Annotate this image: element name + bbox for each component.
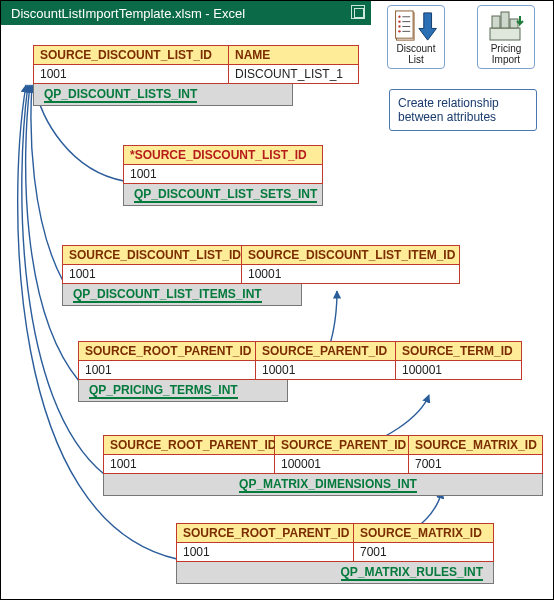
cell[interactable]: 1001 (176, 543, 354, 562)
svg-rect-6 (490, 28, 520, 40)
discount-list-icon (394, 9, 438, 44)
sheet-tab[interactable]: QP_DISCOUNT_LISTS_INT (44, 87, 197, 103)
svg-rect-9 (510, 19, 518, 28)
cell[interactable]: 100001 (275, 455, 409, 474)
col-header: SOURCE_ROOT_PARENT_ID (78, 341, 256, 361)
sheet-tab[interactable]: QP_DISCOUNT_LIST_ITEMS_INT (73, 287, 262, 303)
table-matrix-rules: SOURCE_ROOT_PARENT_ID SOURCE_MATRIX_ID 1… (176, 523, 494, 584)
cell[interactable]: DISCOUNT_LIST_1 (229, 65, 359, 84)
col-header: SOURCE_PARENT_ID (275, 435, 409, 455)
col-header: *SOURCE_DISCOUNT_LIST_ID (123, 145, 323, 165)
svg-point-5 (398, 30, 400, 32)
col-header: SOURCE_ROOT_PARENT_ID (103, 435, 275, 455)
relationship-callout: Create relationship between attributes (389, 89, 537, 131)
cell[interactable]: 1001 (33, 65, 229, 84)
col-header: SOURCE_MATRIX_ID (409, 435, 543, 455)
col-header: SOURCE_TERM_ID (396, 341, 522, 361)
svg-point-3 (398, 20, 400, 22)
col-header: SOURCE_DISCOUNT_LIST_ITEM_ID (242, 245, 460, 265)
table-matrix-dimensions: SOURCE_ROOT_PARENT_ID SOURCE_PARENT_ID S… (103, 435, 543, 496)
pricing-import-button[interactable]: PricingImport (477, 5, 535, 69)
discount-list-button[interactable]: Discount List (387, 5, 445, 69)
cell[interactable]: 10001 (242, 265, 460, 284)
table-discount-list-items: SOURCE_DISCOUNT_LIST_ID SOURCE_DISCOUNT_… (62, 245, 460, 306)
table-discount-list-sets: *SOURCE_DISCOUNT_LIST_ID 1001 QP_DISCOUN… (123, 145, 323, 206)
cell[interactable]: 10001 (256, 361, 396, 380)
col-header: SOURCE_ROOT_PARENT_ID (176, 523, 354, 543)
col-header: SOURCE_MATRIX_ID (354, 523, 494, 543)
svg-point-2 (398, 16, 400, 18)
pricing-import-label-1: Pricing (491, 43, 522, 54)
cell[interactable]: 1001 (62, 265, 242, 284)
sheet-tab[interactable]: QP_PRICING_TERMS_INT (89, 383, 238, 399)
col-header: NAME (229, 45, 359, 65)
table-pricing-terms: SOURCE_ROOT_PARENT_ID SOURCE_PARENT_ID S… (78, 341, 522, 402)
sheet-tab[interactable]: QP_DISCOUNT_LIST_SETS_INT (134, 187, 317, 203)
window-title: DiscountListImportTemplate.xlsm - Excel (11, 6, 245, 21)
sheet-tab[interactable]: QP_MATRIX_RULES_INT (341, 565, 483, 581)
svg-rect-8 (501, 12, 509, 28)
col-header: SOURCE_DISCOUNT_LIST_ID (62, 245, 242, 265)
discount-list-label: Discount List (388, 44, 444, 65)
window-titlebar: DiscountListImportTemplate.xlsm - Excel (1, 1, 371, 25)
pricing-import-label-2: Import (492, 54, 520, 65)
svg-point-4 (398, 25, 400, 27)
col-header: SOURCE_DISCOUNT_LIST_ID (33, 45, 229, 65)
svg-rect-7 (492, 16, 500, 28)
cell[interactable]: 7001 (409, 455, 543, 474)
restore-icon[interactable] (351, 5, 365, 19)
cell[interactable]: 1001 (103, 455, 275, 474)
cell[interactable]: 1001 (123, 165, 323, 184)
cell[interactable]: 100001 (396, 361, 522, 380)
cell[interactable]: 7001 (354, 543, 494, 562)
table-discount-lists: SOURCE_DISCOUNT_LIST_ID NAME 1001 DISCOU… (33, 45, 359, 106)
callout-line2: between attributes (398, 110, 496, 124)
sheet-tab[interactable]: QP_MATRIX_DIMENSIONS_INT (239, 477, 417, 493)
cell[interactable]: 1001 (78, 361, 256, 380)
callout-line1: Create relationship (398, 96, 499, 110)
svg-rect-1 (396, 11, 414, 38)
pricing-import-icon (486, 10, 526, 44)
col-header: SOURCE_PARENT_ID (256, 341, 396, 361)
